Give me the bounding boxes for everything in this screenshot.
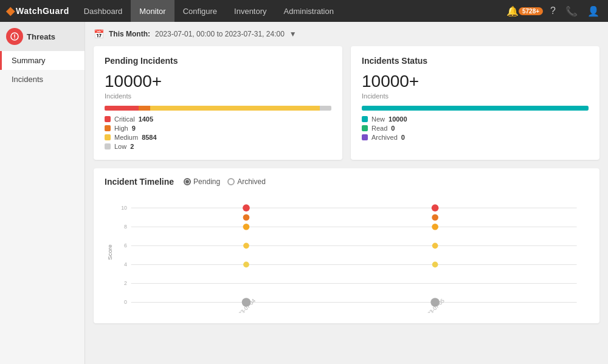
- nav-administration[interactable]: Administration: [275, 0, 342, 22]
- tick-6: 6: [124, 242, 127, 249]
- status-bar-fill: [362, 106, 589, 111]
- logo-watch: WatchGuard: [16, 6, 69, 16]
- legend-label-new: New: [371, 115, 385, 123]
- bar-medium: [150, 106, 320, 111]
- date-label: This Month:: [109, 30, 150, 38]
- status-legend: New 10000 Read 0 Archived 0: [362, 115, 589, 141]
- legend-dot-archived: [362, 134, 368, 140]
- nav-items: Dashboard Monitor Configure Inventory Ad…: [75, 0, 506, 22]
- nav-right-icons: 🔔 5728+ ? 📞 👤: [506, 3, 602, 19]
- date-chevron-icon[interactable]: ▼: [289, 30, 297, 38]
- dot-g2-high: [432, 214, 438, 221]
- legend-high: High 9: [105, 125, 331, 132]
- sidebar-item-incidents[interactable]: Incidents: [0, 70, 85, 89]
- nav-dashboard[interactable]: Dashboard: [75, 0, 131, 22]
- radio-archived-circle: [227, 178, 235, 185]
- radio-group: Pending Archived: [184, 177, 266, 186]
- tick-4: 4: [124, 261, 127, 267]
- legend-label-archived: Archived: [371, 134, 398, 141]
- timeline-title: Incident Timeline: [105, 177, 174, 187]
- bar-high: [139, 106, 150, 111]
- tick-10: 10: [121, 205, 127, 211]
- timeline-chart: Score 0 2 4 6 8 10: [105, 191, 589, 313]
- legend-dot-medium: [105, 134, 111, 140]
- y-axis-label: Score: [106, 244, 113, 259]
- legend-label-medium: Medium: [114, 134, 138, 141]
- dot-g2-high2: [432, 224, 438, 230]
- sidebar-section-label: Threats: [27, 32, 55, 41]
- tick-0: 0: [124, 299, 127, 305]
- legend-value-low: 2: [130, 143, 134, 150]
- radio-pending-circle: [184, 178, 191, 185]
- tick-8: 8: [124, 224, 127, 230]
- legend-dot-high: [105, 125, 111, 131]
- legend-dot-critical: [105, 116, 111, 122]
- logo: ◆ WatchGuard: [6, 4, 69, 18]
- legend-dot-new: [362, 116, 368, 122]
- incidents-status-card: Incidents Status 10000+ Incidents New 10…: [351, 46, 599, 160]
- nav-monitor[interactable]: Monitor: [131, 0, 174, 22]
- legend-label-read: Read: [371, 125, 387, 132]
- dot-g1-high: [243, 214, 250, 221]
- pending-incidents-title: Pending Incidents: [105, 56, 331, 66]
- legend-medium: Medium 8584: [105, 134, 331, 141]
- help-button[interactable]: ?: [548, 3, 558, 19]
- svg-point-2: [14, 38, 15, 39]
- dot-g1-critical: [243, 204, 250, 211]
- main-layout: Threats Summary Incidents 📅 This Month: …: [0, 22, 608, 364]
- pending-incidents-sub: Incidents: [105, 92, 331, 100]
- dot-g2-med: [432, 242, 438, 249]
- incidents-status-count: 10000+: [362, 72, 589, 91]
- calendar-icon: 📅: [94, 29, 104, 39]
- dot-g2-critical: [432, 204, 439, 211]
- threats-icon: [6, 28, 23, 45]
- date-range: 2023-07-01, 00:00 to 2023-07-31, 24:00: [155, 30, 285, 38]
- nav-configure[interactable]: Configure: [174, 0, 226, 22]
- sidebar-item-summary[interactable]: Summary: [0, 51, 85, 70]
- legend-value-read: 0: [391, 125, 395, 132]
- date-bar: 📅 This Month: 2023-07-01, 00:00 to 2023-…: [94, 29, 599, 39]
- logo-text: WatchGuard: [16, 6, 69, 16]
- legend-dot-low: [105, 143, 111, 149]
- logo-icon: ◆: [6, 4, 15, 18]
- legend-value-critical: 1405: [139, 115, 153, 123]
- legend-value-high: 9: [132, 125, 136, 132]
- phone-button[interactable]: 📞: [563, 3, 580, 19]
- bar-low: [320, 106, 331, 111]
- tick-2: 2: [124, 280, 127, 286]
- pending-legend: Critical 1405 High 9 Medium 8584: [105, 115, 331, 150]
- radio-archived[interactable]: Archived: [227, 177, 266, 186]
- dot-g1-med: [243, 242, 249, 249]
- cards-row: Pending Incidents 10000+ Incidents Criti…: [94, 46, 599, 160]
- legend-value-medium: 8584: [142, 134, 156, 141]
- timeline-card: Incident Timeline Pending Archived Score: [94, 168, 599, 323]
- radio-pending[interactable]: Pending: [184, 177, 220, 186]
- sidebar-section-header: Threats: [0, 22, 85, 51]
- dot-g1-low: [243, 262, 249, 268]
- sidebar: Threats Summary Incidents: [0, 22, 85, 364]
- incidents-status-title: Incidents Status: [362, 56, 589, 66]
- legend-label-high: High: [114, 125, 128, 132]
- legend-label-critical: Critical: [114, 115, 135, 123]
- legend-archived: Archived 0: [362, 134, 589, 141]
- pending-incidents-count: 10000+: [105, 72, 331, 91]
- radio-archived-label: Archived: [237, 177, 266, 186]
- notification-badge: 5728+: [519, 7, 543, 15]
- legend-value-new: 10000: [389, 115, 407, 123]
- timeline-header: Incident Timeline Pending Archived: [105, 177, 589, 187]
- top-navigation: ◆ WatchGuard Dashboard Monitor Configure…: [0, 0, 608, 22]
- pending-bar: [105, 106, 331, 111]
- legend-low: Low 2: [105, 143, 331, 150]
- dot-g1-high2: [243, 224, 250, 230]
- legend-value-archived: 0: [401, 134, 405, 141]
- notification-area[interactable]: 🔔 5728+: [506, 5, 543, 17]
- legend-read: Read 0: [362, 125, 589, 132]
- nav-inventory[interactable]: Inventory: [226, 0, 275, 22]
- user-button[interactable]: 👤: [585, 3, 602, 19]
- content-area: 📅 This Month: 2023-07-01, 00:00 to 2023-…: [85, 22, 608, 364]
- legend-critical: Critical 1405: [105, 115, 331, 123]
- bar-critical: [105, 106, 139, 111]
- status-bar-track: [362, 106, 589, 111]
- dot-g2-low: [432, 262, 438, 268]
- legend-label-low: Low: [114, 143, 126, 150]
